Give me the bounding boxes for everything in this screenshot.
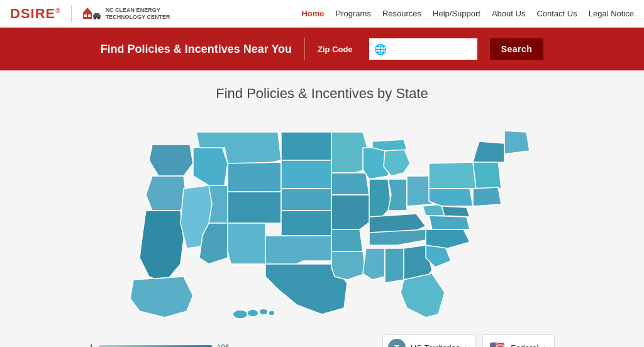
state-sd[interactable] xyxy=(281,160,331,189)
main-content: Find Policies & Incentives by State xyxy=(0,70,644,347)
state-nc[interactable] xyxy=(426,229,470,248)
nav-about[interactable]: About Us xyxy=(492,9,525,18)
dsire-logo[interactable]: DSIRE® xyxy=(10,6,61,22)
state-ks[interactable] xyxy=(281,211,331,236)
nav-contact[interactable]: Contact Us xyxy=(536,9,577,18)
us-map[interactable] xyxy=(83,113,561,327)
federal-button[interactable]: 🇺🇸 Federal › xyxy=(482,334,555,347)
state-mi-lower[interactable] xyxy=(384,148,410,176)
state-nd[interactable] xyxy=(281,132,331,160)
legend-max: 196 xyxy=(217,343,230,347)
state-me[interactable] xyxy=(504,131,530,154)
nav-home[interactable]: Home xyxy=(301,9,324,18)
state-wy[interactable] xyxy=(228,162,281,192)
state-co[interactable] xyxy=(228,192,281,223)
dsire-logo-sup: ® xyxy=(55,7,60,14)
main-nav: Home Programs Resources Help/Support Abo… xyxy=(301,9,634,18)
state-hi-1[interactable] xyxy=(233,310,248,319)
state-or[interactable] xyxy=(146,176,187,211)
svg-marker-1 xyxy=(83,8,92,13)
svg-rect-5 xyxy=(94,13,99,16)
state-nj-ct[interactable] xyxy=(473,187,501,206)
svg-point-6 xyxy=(94,17,96,19)
state-hi-3[interactable] xyxy=(259,309,268,315)
state-ca[interactable] xyxy=(140,211,184,283)
dsire-logo-text: DSIRE xyxy=(10,6,55,21)
state-pa[interactable] xyxy=(429,189,473,206)
state-nm[interactable] xyxy=(228,223,265,264)
state-ny[interactable] xyxy=(429,162,476,189)
state-in[interactable] xyxy=(388,179,407,211)
state-ut[interactable] xyxy=(209,185,228,223)
state-wa[interactable] xyxy=(149,145,193,176)
logo-area: DSIRE® NC CLEAN ENERGY TECHNOLOGY CENTER xyxy=(10,5,170,23)
nav-resources[interactable]: Resources xyxy=(382,9,421,18)
state-oh[interactable] xyxy=(407,176,432,206)
federal-flag-icon: 🇺🇸 xyxy=(488,339,506,347)
state-tn[interactable] xyxy=(369,229,432,245)
logo-divider xyxy=(71,5,72,23)
state-hi-2[interactable] xyxy=(247,309,258,317)
search-banner: Find Policies & Incentives Near You Zip … xyxy=(0,28,644,70)
globe-icon: 🌐 xyxy=(374,43,387,55)
nc-org-line2: TECHNOLOGY CENTER xyxy=(106,14,170,21)
state-ok[interactable] xyxy=(265,236,331,267)
nc-logo: NC CLEAN ENERGY TECHNOLOGY CENTER xyxy=(82,6,170,21)
nav-help[interactable]: Help/Support xyxy=(433,9,480,18)
territory-chevron: › xyxy=(465,343,469,347)
state-mo[interactable] xyxy=(331,195,372,229)
state-ne-region[interactable] xyxy=(473,160,501,189)
banner-title: Find Policies & Incentives Near You xyxy=(101,43,292,56)
state-ar[interactable] xyxy=(331,229,363,251)
state-id[interactable] xyxy=(193,145,228,185)
svg-rect-3 xyxy=(88,14,91,17)
state-ne[interactable] xyxy=(281,189,331,211)
site-header: DSIRE® NC CLEAN ENERGY TECHNOLOGY CENTER… xyxy=(0,0,644,28)
state-vt-nh[interactable] xyxy=(473,141,504,162)
state-fl[interactable] xyxy=(401,273,445,317)
federal-chevron: › xyxy=(543,343,547,347)
map-legend: 1 196 xyxy=(89,343,230,347)
svg-rect-2 xyxy=(84,14,87,17)
nc-org-text: NC CLEAN ENERGY TECHNOLOGY CENTER xyxy=(106,7,170,21)
bottom-bar: 1 196 T US Territories › 🇺🇸 Federal › xyxy=(83,334,561,347)
search-button[interactable]: Search xyxy=(490,38,544,60)
state-ak[interactable] xyxy=(130,277,193,317)
nc-org-line1: NC CLEAN ENERGY xyxy=(106,7,170,14)
us-territories-button[interactable]: T US Territories › xyxy=(382,334,476,347)
state-il[interactable] xyxy=(369,179,391,217)
section-title: Find Policies & Incentives by State xyxy=(216,85,428,102)
state-al[interactable] xyxy=(385,248,404,283)
territory-icon: T xyxy=(388,339,406,347)
zip-input[interactable] xyxy=(391,44,472,54)
zip-label: Zip Code xyxy=(318,45,353,54)
zip-input-wrap: 🌐 xyxy=(369,38,477,60)
territory-buttons: T US Territories › 🇺🇸 Federal › xyxy=(382,334,555,347)
federal-label: Federal xyxy=(511,343,538,348)
nav-programs[interactable]: Programs xyxy=(336,9,371,18)
banner-divider xyxy=(304,38,305,60)
state-md[interactable] xyxy=(441,206,470,217)
us-map-container xyxy=(83,113,561,329)
state-ia[interactable] xyxy=(331,173,369,195)
state-va[interactable] xyxy=(429,216,470,229)
state-ms[interactable] xyxy=(363,248,385,280)
nav-legal[interactable]: Legal Notice xyxy=(589,9,634,18)
state-hi-4[interactable] xyxy=(269,311,275,316)
territory-label: US Territories xyxy=(411,343,460,348)
svg-point-7 xyxy=(97,17,100,19)
state-la[interactable] xyxy=(331,251,366,280)
legend-min: 1 xyxy=(89,343,94,347)
nc-logo-icon xyxy=(82,6,102,21)
state-mi-upper[interactable] xyxy=(372,140,407,151)
